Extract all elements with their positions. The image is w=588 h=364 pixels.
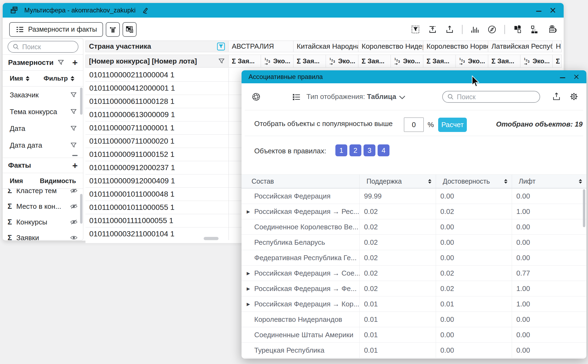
fact-row[interactable]: ΣКонкурсы xyxy=(3,214,83,230)
dialog-search-input[interactable]: Поиск xyxy=(442,91,540,103)
country-header[interactable]: Н xyxy=(553,41,562,52)
sidebar-search-input[interactable]: Поиск xyxy=(8,41,78,53)
dimensions-scrollbar[interactable] xyxy=(80,88,82,115)
measure-header-number[interactable]: 123Эко... xyxy=(261,55,293,68)
dimensions-filter-icon[interactable] xyxy=(57,59,64,66)
export-icon[interactable] xyxy=(445,25,455,34)
country-header[interactable]: Королевство Норве xyxy=(423,41,488,52)
measure-header-sum[interactable]: ΣЗая... xyxy=(293,55,326,68)
chart-icon[interactable] xyxy=(470,25,480,34)
column-width-button[interactable] xyxy=(106,22,120,37)
measure-header-sum[interactable]: ΣЗая... xyxy=(488,55,520,68)
measure-header-number[interactable]: 123Эко... xyxy=(391,55,423,68)
measure-header-sum[interactable]: ΣЗая... xyxy=(229,55,261,68)
eye-icon[interactable] xyxy=(70,235,78,240)
expand-arrow-icon[interactable]: ▶ xyxy=(247,209,250,214)
add-dimension-button[interactable]: + xyxy=(72,58,78,67)
measure-header-number[interactable]: 123Эко... xyxy=(520,55,553,68)
measure-header-sum[interactable]: Σ xyxy=(553,55,562,68)
rename-pencil-icon[interactable] xyxy=(141,6,149,14)
grid-corner-header[interactable]: Страна участника xyxy=(85,41,229,52)
dialog-settings-icon[interactable] xyxy=(568,91,580,102)
dialog-titlebar[interactable]: Ассоциативные правила xyxy=(242,70,586,83)
rule-row[interactable]: Российская Федерация → Фе...▶0.020.021.0… xyxy=(242,281,586,296)
close-button[interactable] xyxy=(550,7,556,14)
expand-arrow-icon[interactable]: ▶ xyxy=(247,286,250,291)
eye-off-icon[interactable] xyxy=(70,219,78,225)
rule-size-button-1[interactable]: 1 xyxy=(335,144,347,156)
rule-row[interactable]: Соединенные Штаты Америки0.010.000.00 xyxy=(242,327,586,343)
hierarchy-icon[interactable] xyxy=(530,24,540,35)
grid-horizontal-scrollbar[interactable] xyxy=(204,237,219,240)
dimensions-facts-button[interactable]: Размерности и факты xyxy=(9,22,103,37)
rules-column-header[interactable]: Достоверность xyxy=(436,175,512,188)
grid-row-dimension-header[interactable]: [Номер конкурса] [Номер лота] xyxy=(85,55,229,68)
dimension-row[interactable]: Заказчик xyxy=(3,87,83,103)
country-header[interactable]: Латвийская Респуб. xyxy=(488,41,553,52)
dialog-minimize-button[interactable] xyxy=(560,74,565,79)
eye-off-icon[interactable] xyxy=(70,204,78,209)
calculate-button[interactable]: Расчет xyxy=(438,118,467,132)
rule-row[interactable]: Королевство Нидерландов0.010.000.00 xyxy=(242,312,586,327)
measure-header-sum[interactable]: ΣЗая... xyxy=(358,55,391,68)
facts-scrollbar[interactable] xyxy=(80,194,82,224)
sort-name-icon[interactable] xyxy=(26,76,29,81)
display-type-label[interactable]: Тип отображения: Таблица xyxy=(306,92,396,101)
add-fact-button[interactable]: + xyxy=(72,161,78,170)
fact-row[interactable]: ΣКластер тем xyxy=(3,189,83,198)
sort-icon[interactable] xyxy=(504,179,507,184)
grid-row-key: 0101100000611000128 1 xyxy=(89,97,174,106)
facts-col-visibility-label: Видимость xyxy=(40,177,76,185)
dimension-row[interactable]: Дата xyxy=(3,120,83,137)
active-filter-icon[interactable] xyxy=(217,42,225,51)
sort-filter-icon[interactable] xyxy=(71,76,74,81)
rule-row[interactable]: Российская Федерация99.990.000.00 xyxy=(242,188,586,204)
filter-report-icon[interactable] xyxy=(411,25,421,34)
rules-column-header[interactable]: Лифт xyxy=(512,175,586,188)
rules-column-header[interactable]: Поддержка xyxy=(360,175,436,188)
copy-documents-icon[interactable] xyxy=(512,24,523,35)
fact-row[interactable]: ΣЗаявки xyxy=(3,230,83,240)
dialog-close-button[interactable] xyxy=(573,74,579,80)
minimize-button[interactable] xyxy=(536,8,541,13)
measure-header-number[interactable]: 123Эко... xyxy=(326,55,358,68)
fact-row[interactable]: ΣМесто в кон... xyxy=(3,198,83,214)
dimension-row[interactable]: Дата дата xyxy=(3,137,83,154)
dialog-export-icon[interactable] xyxy=(551,91,562,102)
import-icon[interactable] xyxy=(428,25,438,34)
eye-off-icon[interactable] xyxy=(70,189,78,193)
rule-row[interactable]: Турецкая Республика0.010.000.00 xyxy=(242,343,586,358)
rule-size-button-3[interactable]: 3 xyxy=(364,144,375,156)
sort-icon[interactable] xyxy=(428,179,431,184)
compass-icon[interactable] xyxy=(487,24,497,35)
rule-row[interactable]: Соединенное Королевство Ве...0.020.000.0… xyxy=(242,219,586,235)
country-header[interactable]: Китайская Народна xyxy=(293,41,358,52)
measure-header-sum[interactable]: ΣЗая... xyxy=(423,55,456,68)
rule-row[interactable]: Российская Федерация → Кор...▶0.010.011.… xyxy=(242,296,586,312)
svg-text:2: 2 xyxy=(266,59,268,62)
rule-size-button-4[interactable]: 4 xyxy=(378,144,389,156)
expand-arrow-icon[interactable]: ▶ xyxy=(247,302,250,307)
expand-arrow-icon[interactable]: ▶ xyxy=(247,271,250,276)
filter-funnel-icon[interactable] xyxy=(70,91,77,98)
chevron-down-icon[interactable] xyxy=(399,95,406,100)
measure-header-number[interactable]: 123Эко... xyxy=(456,55,488,68)
filter-funnel-icon[interactable] xyxy=(70,142,77,149)
rule-row[interactable]: Федеративная Республика Ге...0.020.000.0… xyxy=(242,250,586,266)
filter-funnel-icon[interactable] xyxy=(70,125,77,132)
filter-funnel-icon[interactable] xyxy=(218,58,225,65)
popularity-input[interactable]: 0 xyxy=(404,117,424,132)
filter-funnel-icon[interactable] xyxy=(70,108,77,115)
rule-row[interactable]: Российская Федерация → Рес...▶0.020.021.… xyxy=(242,204,586,219)
sort-icon[interactable] xyxy=(579,179,582,184)
rule-size-button-2[interactable]: 2 xyxy=(349,144,361,156)
country-header[interactable]: Королевство Нидер xyxy=(358,41,423,52)
rule-row[interactable]: Республика Беларусь0.020.000.00 xyxy=(242,235,586,250)
rule-row[interactable]: Российская Федерация → Сое...▶0.020.020.… xyxy=(242,266,586,281)
rules-table-scrollbar[interactable] xyxy=(583,189,585,227)
dimension-row[interactable]: Тема конкурса xyxy=(3,103,83,120)
sphere-icon[interactable] xyxy=(251,91,262,102)
table-layout-button[interactable] xyxy=(123,22,137,37)
watch-report-icon[interactable] xyxy=(547,24,558,35)
country-header[interactable]: АВСТРАЛИЯ xyxy=(229,41,293,52)
